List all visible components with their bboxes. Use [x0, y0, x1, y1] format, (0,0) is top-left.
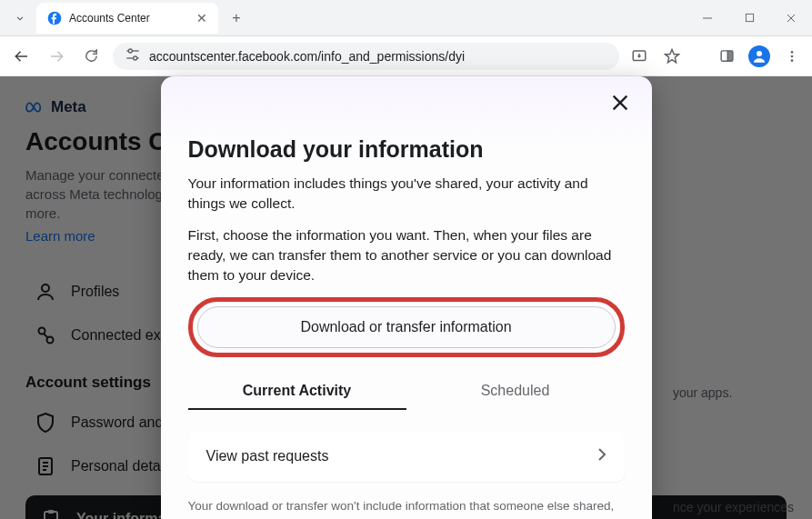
profile-avatar-icon[interactable]	[748, 45, 770, 67]
browser-address-bar: accountscenter.facebook.com/info_and_per…	[0, 36, 812, 76]
arrow-right-icon	[48, 48, 65, 65]
site-settings-icon[interactable]	[125, 48, 140, 64]
menu-icon[interactable]	[781, 45, 803, 67]
svg-point-13	[757, 51, 762, 56]
modal-close-button[interactable]	[610, 93, 630, 116]
modal-footer-note: Your download or transfer won't include …	[188, 498, 625, 519]
browser-tab[interactable]: Accounts Center ✕	[36, 3, 218, 34]
modal-title: Download your information	[188, 136, 625, 163]
svg-point-6	[128, 49, 132, 53]
svg-point-16	[791, 59, 794, 62]
svg-rect-2	[746, 14, 753, 21]
modal-paragraph-1: Your information includes things you've …	[188, 174, 625, 213]
url-text: accountscenter.facebook.com/info_and_per…	[149, 49, 465, 64]
svg-rect-12	[727, 51, 733, 61]
modal-overlay: Download your information Your informati…	[0, 76, 812, 519]
browser-tabs-bar: Accounts Center ✕ +	[0, 0, 812, 36]
install-app-icon[interactable]	[628, 45, 650, 67]
chevron-down-icon	[14, 12, 26, 25]
modal-tabs: Current Activity Scheduled	[188, 374, 625, 411]
window-close-button[interactable]	[770, 0, 812, 36]
view-past-requests-row[interactable]: View past requests	[188, 431, 625, 482]
maximize-icon	[745, 13, 755, 23]
tab-search-dropdown[interactable]	[7, 5, 33, 31]
modal-paragraph-2: First, choose the information you want. …	[188, 225, 625, 284]
close-icon	[610, 93, 630, 113]
minimize-icon	[702, 13, 713, 24]
bookmark-icon[interactable]	[661, 45, 683, 67]
nav-back-button[interactable]	[9, 44, 35, 69]
new-tab-button[interactable]: +	[224, 5, 249, 31]
reload-icon	[84, 48, 99, 64]
side-panel-icon[interactable]	[716, 45, 737, 67]
svg-point-15	[791, 55, 794, 57]
tab-current-activity[interactable]: Current Activity	[188, 374, 406, 410]
chevron-right-icon	[597, 447, 606, 465]
window-maximize-button[interactable]	[728, 0, 770, 36]
nav-reload-button[interactable]	[78, 44, 104, 69]
download-information-modal: Download your information Your informati…	[161, 76, 652, 519]
tab-scheduled[interactable]: Scheduled	[406, 374, 625, 410]
arrow-left-icon	[14, 48, 30, 65]
download-or-transfer-button[interactable]: Download or transfer information	[197, 306, 616, 348]
close-icon	[786, 13, 797, 24]
svg-point-14	[791, 51, 794, 54]
facebook-favicon-icon	[47, 11, 62, 25]
nav-forward-button[interactable]	[44, 44, 69, 69]
list-row-label: View past requests	[206, 448, 329, 464]
svg-point-8	[134, 56, 137, 60]
tab-close-button[interactable]: ✕	[196, 11, 207, 25]
url-input[interactable]: accountscenter.facebook.com/info_and_per…	[113, 43, 619, 70]
window-minimize-button[interactable]	[687, 0, 728, 36]
tab-title: Accounts Center	[69, 12, 189, 25]
highlight-annotation: Download or transfer information	[188, 297, 625, 357]
